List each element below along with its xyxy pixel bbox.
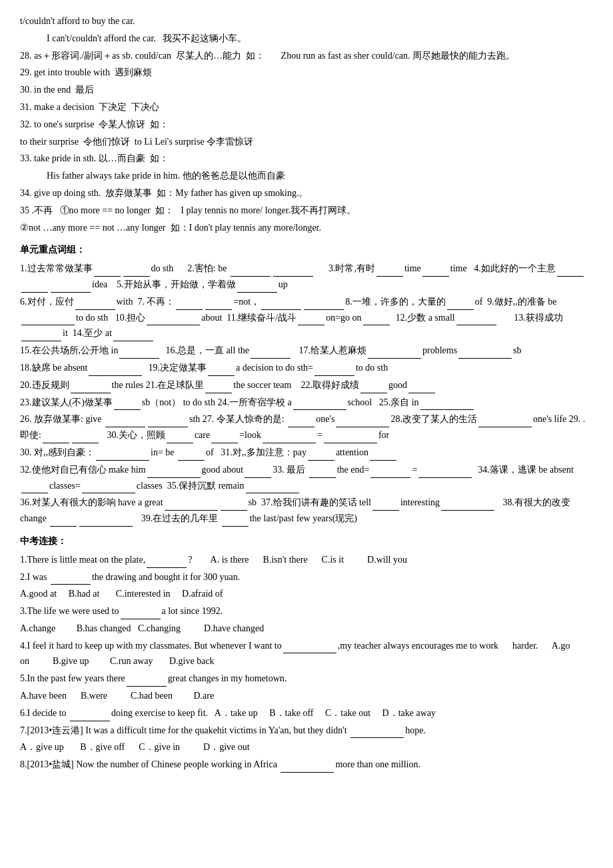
- line-2: I can't/couldn't afford the car. 我买不起这辆小…: [20, 31, 593, 47]
- q4: 4.I feel it hard to keep up with my clas…: [20, 638, 593, 670]
- line-9: 33. take pride in sth. 以…而自豪 如：: [20, 151, 593, 167]
- q2-options: A.good at B.had at C.interested in D.afr…: [20, 586, 593, 602]
- q2: 2.I was the drawing and bought it for 30…: [20, 569, 593, 585]
- line-3: 28. as＋形容词./副词＋as sb. could/can 尽某人的…能力 …: [20, 48, 593, 64]
- q1: 1.There is little meat on the plate,? A.…: [20, 552, 593, 568]
- item-8: 30. 对,,感到自豪：in= be of 31.对,,多加注意：payatte…: [20, 445, 593, 461]
- item-7: 26. 放弃做某事: give sth 27. 令某人惊奇的是: one's28…: [20, 411, 593, 443]
- q3-options: A.change B.has changed C.changing D.have…: [20, 621, 593, 637]
- line-5: 30. in the end 最后: [20, 82, 593, 98]
- line-7: 32. to one's surprise 令某人惊讶 如：: [20, 117, 593, 133]
- item-9: 32.使他对自已有信心 make himgood about33. 最后 the…: [20, 462, 593, 494]
- line-12: 35 .不再 ①no more == no longer 如： I play t…: [20, 203, 593, 219]
- item-4: 18.缺席 be absent 19.决定做某事a decision to do…: [20, 360, 593, 376]
- section2: 中考连接： 1.There is little meat on the plat…: [20, 533, 593, 773]
- section1: 单元重点词组： 1.过去常常做某事do sth 2.害怕: be 3.时常,有时…: [20, 242, 593, 527]
- q5-options: A.have been B.were C.had been D.are: [20, 688, 593, 704]
- page-content: t/couldn't afford to buy the car. I can'…: [20, 13, 593, 773]
- q7-options: A．give up B．give off C．give in D．give ou…: [20, 739, 593, 755]
- section1-title: 单元重点词组：: [20, 242, 593, 258]
- line-4: 29. get into trouble with 遇到麻烦: [20, 65, 593, 81]
- q7: 7.[2013•连云港] It was a difficult time for…: [20, 723, 593, 739]
- q5: 5.In the past few years theregreat chang…: [20, 671, 593, 687]
- item-1: 1.过去常常做某事do sth 2.害怕: be 3.时常,有时timetime…: [20, 261, 593, 293]
- item-2: 6.对付，应付with 7. 不再：=not，8.一堆，许多的，大量的of 9.…: [20, 294, 593, 341]
- q6: 6.I decide to doing exercise to keep fit…: [20, 705, 593, 721]
- item-10: 36.对某人有很大的影响 have a greatsb 37.给我们讲有趣的笑话…: [20, 495, 593, 527]
- item-6: 23.建议某人(不)做某事sb（not） to do sth 24.一所寄宿学校…: [20, 395, 593, 411]
- intro-section: t/couldn't afford to buy the car. I can'…: [20, 13, 593, 235]
- section2-title: 中考连接：: [20, 533, 593, 549]
- item-5: 20.违反规则the rules 21.在足球队里the soccer team…: [20, 377, 593, 393]
- line-13: ②not …any more == not …any longer 如：I do…: [20, 220, 593, 236]
- line-10: His father always take pride in him. 他的爸…: [20, 168, 593, 184]
- q8: 8.[2013•盐城] Now the number of Chinese pe…: [20, 757, 593, 773]
- line-11: 34. give up doing sth. 放弃做某事 如：My father…: [20, 185, 593, 201]
- line-6: 31. make a decision 下决定 下决心: [20, 99, 593, 115]
- q3: 3.The life we were used toa lot since 19…: [20, 603, 593, 619]
- line-8: to their surprise 令他们惊讶 to Li Lei's surp…: [20, 134, 593, 150]
- item-3: 15.在公共场所,公开地 in 16.总是，一直 all the 17.给某人惹…: [20, 343, 593, 359]
- line-1: t/couldn't afford to buy the car.: [20, 13, 593, 29]
